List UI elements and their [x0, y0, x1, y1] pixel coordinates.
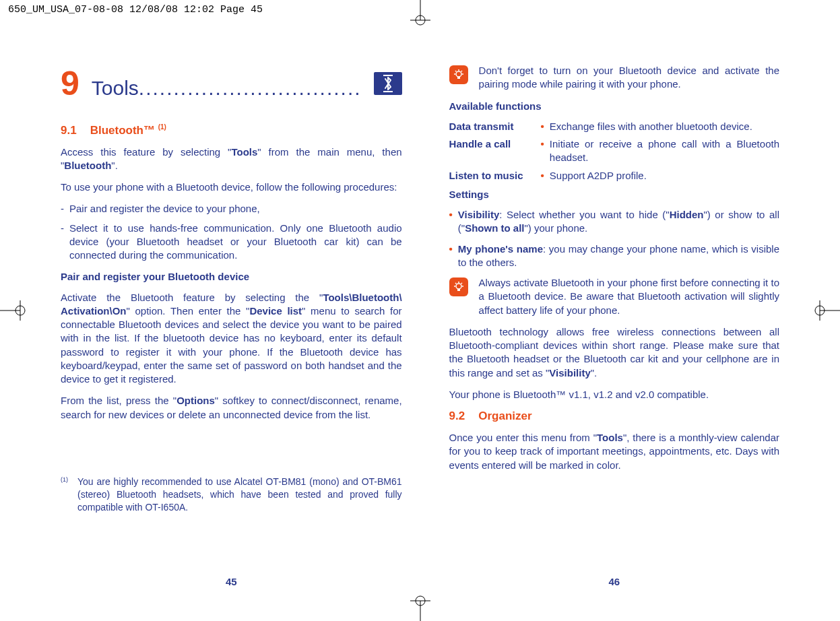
chapter-dots: ................................ — [139, 77, 362, 99]
dash-bullet: - — [61, 222, 64, 263]
list-text: Pair and register the device to your pho… — [69, 202, 260, 216]
text: Access this feature by selecting " — [61, 146, 231, 158]
para-bt-compat: Your phone is Bluetooth™ v1.1, v1.2 and … — [449, 388, 779, 401]
crop-mark-bottom — [407, 594, 434, 621]
text: : Select whether you want to hide (" — [499, 209, 669, 220]
bullet-icon: • — [541, 169, 544, 183]
bullet-icon: • — [541, 137, 544, 165]
chapter-title-text: Tools — [92, 77, 139, 99]
bullet-icon: • — [541, 120, 544, 133]
settings-text: My phone's name: you may change your pho… — [458, 242, 779, 270]
text-bold: Shown to all — [465, 222, 524, 234]
tip-text: Always activate Bluetooth in your phone … — [479, 276, 779, 317]
section-9-2-heading: 9.2 Organizer — [449, 410, 779, 423]
function-desc: Support A2DP profile. — [550, 169, 779, 183]
text: " menu to search for connectable Bluetoo… — [61, 305, 402, 385]
settings-item: • My phone's name: you may change your p… — [449, 242, 779, 270]
page-right: Don't forget to turn on your Bluetooth d… — [449, 64, 779, 587]
text: ") your phone. — [525, 222, 588, 234]
function-row: Handle a call • Initiate or receive a ph… — [449, 137, 779, 165]
text-bold: Visibility — [458, 209, 499, 220]
crop-mark-left — [0, 297, 27, 324]
section-title-text: Bluetooth™ — [90, 124, 158, 137]
tip-text: Don't forget to turn on your Bluetooth d… — [479, 64, 779, 92]
para-organizer: Once you enter this menu from "Tools", t… — [449, 431, 779, 472]
subheading-available: Available functions — [449, 100, 779, 113]
text-bold: Tools — [231, 146, 257, 158]
footnote: (1) You are highly recommended to use Al… — [61, 476, 402, 514]
svg-rect-18 — [457, 77, 460, 79]
tip-box-2: Always activate Bluetooth in your phone … — [449, 276, 779, 317]
text-bold: Options — [176, 395, 215, 406]
lightbulb-icon — [449, 277, 468, 296]
list-text: Select it to use hands-free communicatio… — [69, 222, 402, 263]
chapter-heading: 9 Tools................................ — [61, 64, 402, 103]
svg-point-19 — [456, 284, 461, 289]
svg-line-17 — [461, 71, 462, 72]
footnote-text: You are highly recommended to use Alcate… — [77, 476, 402, 514]
bluetooth-icon — [374, 72, 402, 95]
function-desc: Initiate or receive a phone call with a … — [550, 137, 779, 165]
text: ". — [111, 160, 118, 171]
print-header: 650_UM_USA_07-08-08 12/08/08 12:02 Page … — [8, 4, 263, 15]
text-bold: Bluetooth — [64, 160, 111, 171]
svg-line-23 — [455, 283, 457, 284]
procedure-list: - Pair and register the device to your p… — [61, 202, 402, 262]
text-bold: Hidden — [670, 209, 704, 220]
para-activate: Activate the Bluetooth feature by select… — [61, 291, 402, 387]
subheading-settings: Settings — [449, 188, 779, 201]
subheading-pair: Pair and register your Bluetooth device — [61, 270, 402, 284]
list-item: - Select it to use hands-free communicat… — [61, 222, 402, 263]
para-bt-tech: Bluetooth technology allows free wireles… — [449, 325, 779, 380]
para-procedures: To use your phone with a Bluetooth devic… — [61, 181, 402, 194]
page-left: 9 Tools................................ … — [61, 64, 402, 587]
section-number: 9.1 — [61, 124, 77, 137]
para-options: From the list, press the "Options" softk… — [61, 394, 402, 422]
section-number: 9.2 — [449, 410, 465, 423]
text: Once you enter this menu from " — [449, 432, 597, 443]
para-access: Access this feature by selecting "Tools"… — [61, 145, 402, 173]
text-bold: My phone's name — [458, 243, 543, 255]
function-desc: Exchange files with another bluetooth de… — [550, 120, 779, 133]
section-title: Bluetooth™ (1) — [90, 123, 166, 137]
crop-mark-top — [407, 0, 434, 27]
crop-mark-right — [813, 297, 840, 324]
function-row: Data transmit • Exchange files with anot… — [449, 120, 779, 133]
tip-box-1: Don't forget to turn on your Bluetooth d… — [449, 64, 779, 92]
svg-rect-25 — [457, 289, 460, 291]
svg-line-24 — [461, 283, 462, 284]
section-title: Organizer — [478, 410, 531, 423]
settings-text: Visibility: Select whether you want to h… — [458, 208, 779, 236]
bullet-icon: • — [449, 242, 453, 270]
text: ". — [591, 367, 597, 379]
chapter-title: Tools................................ — [92, 77, 362, 100]
function-row: Listen to music • Support A2DP profile. — [449, 169, 779, 183]
function-label: Listen to music — [449, 169, 536, 183]
svg-point-12 — [456, 71, 461, 77]
page-spread: 9 Tools................................ … — [61, 64, 779, 587]
footnote-mark: (1) — [61, 476, 68, 514]
function-label: Data transmit — [449, 120, 536, 133]
section-superscript: (1) — [158, 123, 166, 131]
text-bold: Device list — [249, 305, 302, 317]
text: Bluetooth technology allows free wireles… — [449, 326, 779, 379]
dash-bullet: - — [61, 202, 64, 216]
text: " option. Then enter the " — [127, 305, 250, 317]
page-number-left: 45 — [61, 576, 402, 587]
chapter-number: 9 — [61, 64, 79, 103]
settings-item: • Visibility: Select whether you want to… — [449, 208, 779, 236]
text: From the list, press the " — [61, 395, 176, 406]
function-label: Handle a call — [449, 137, 536, 165]
text-bold: Tools — [597, 432, 623, 443]
section-9-1-heading: 9.1 Bluetooth™ (1) — [61, 123, 402, 137]
list-item: - Pair and register the device to your p… — [61, 202, 402, 216]
bullet-icon: • — [449, 208, 453, 236]
text: Activate the Bluetooth feature by select… — [61, 292, 323, 303]
text-bold: Visibility — [549, 367, 590, 379]
svg-line-16 — [455, 71, 457, 72]
page-number-right: 46 — [449, 576, 779, 587]
lightbulb-icon — [449, 65, 468, 84]
